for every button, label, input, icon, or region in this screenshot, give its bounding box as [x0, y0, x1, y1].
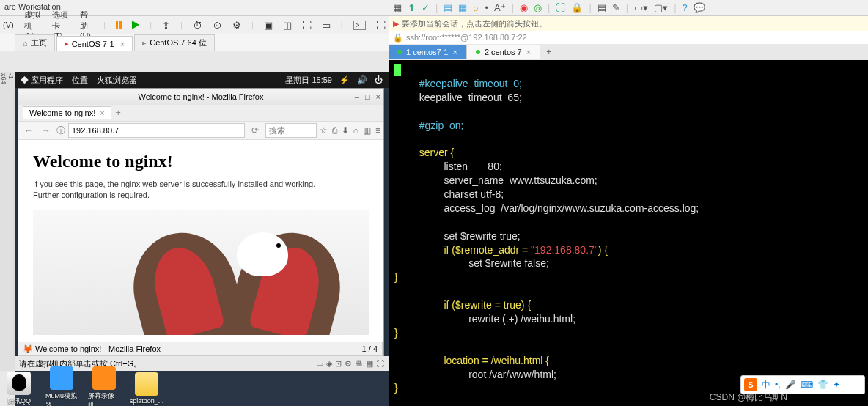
lock-icon[interactable]: 🔒: [571, 2, 583, 13]
search-input[interactable]: [265, 123, 317, 138]
layout-icon[interactable]: ▦: [458, 2, 467, 13]
workspace-indicator[interactable]: 1 / 4: [362, 344, 378, 353]
dev-icon[interactable]: ⊡: [335, 359, 342, 369]
layout-icon[interactable]: ▤: [444, 2, 452, 13]
tab-centos7-64[interactable]: ▸CentOS 7 64 位: [134, 34, 215, 51]
back-icon[interactable]: ←: [21, 123, 36, 138]
firefox-titlebar: Welcome to nginx! - Mozilla Firefox – □ …: [18, 89, 383, 105]
snapshot-icon[interactable]: ⏱: [193, 20, 202, 31]
power-icon[interactable]: ⏻: [375, 75, 383, 84]
help-icon[interactable]: ?: [683, 2, 688, 13]
fullscreen-icon[interactable]: ⛶: [302, 20, 312, 31]
tab-centos7-1[interactable]: ▸CentOS 7-1×: [56, 36, 133, 51]
folder-splatoon[interactable]: splatoon_...: [130, 372, 163, 405]
dev-icon[interactable]: ▭: [316, 359, 323, 369]
pause-icon[interactable]: [116, 21, 122, 29]
ssh-address: 🔒 ssh://root:******@192.168.80.7:22: [389, 31, 868, 44]
ime-skin-icon[interactable]: 👕: [817, 380, 828, 390]
font-icon[interactable]: A⁺: [494, 2, 506, 13]
home-icon: ⌂: [23, 39, 28, 48]
sidebar-icon[interactable]: ▥: [363, 125, 371, 136]
play-icon[interactable]: [132, 21, 139, 29]
expand-icon[interactable]: ⛶: [376, 20, 386, 31]
menu-icon[interactable]: ≡: [375, 125, 380, 136]
tool-icon[interactable]: ▤: [597, 2, 606, 13]
firefox-content: Welcome to nginx! If you see this page, …: [18, 140, 383, 360]
gnome-clock: 星期日 15:59: [285, 75, 332, 86]
dev-icon[interactable]: ▦: [366, 359, 373, 369]
reload-icon[interactable]: ⟳: [248, 123, 262, 138]
revert-icon[interactable]: ⏲: [213, 20, 222, 31]
terminal-toolbar: ▦ ⬆ ✓ | ▤ ▦ ⌕ • A⁺ | ◉ ◎ | ⛶ 🔒 | ▤ ✎ | ▭…: [389, 0, 868, 16]
nginx-text: If you see this page, the nginx web serv…: [33, 179, 369, 202]
address-bar[interactable]: [68, 123, 245, 138]
edit-icon[interactable]: ✎: [612, 2, 620, 13]
new-tab-icon[interactable]: +: [540, 47, 557, 57]
ime-bar[interactable]: S 中 •, 🎤 ⌨ 👕 ✦: [740, 375, 865, 394]
unity-icon[interactable]: ◫: [283, 20, 292, 31]
app-qq[interactable]: 腾讯QQ: [3, 372, 35, 406]
download-icon[interactable]: ⬇: [342, 125, 349, 136]
tab-home[interactable]: ⌂主页: [15, 34, 55, 51]
terminal-body[interactable]: #keepalive_timeout 0; keepalive_timeout …: [389, 60, 868, 406]
bookmark-icon[interactable]: ☆: [320, 125, 328, 136]
ime-tool-icon[interactable]: ✦: [833, 380, 840, 390]
windows-taskbar-apps: 腾讯QQ MuMu模拟器 屏幕录像机 splatoon_...: [0, 371, 389, 406]
gnome-taskbar: 🦊 Welcome to nginx! - Mozilla Firefox 1 …: [18, 342, 383, 356]
tool-icon[interactable]: ◉: [520, 2, 528, 13]
ime-punct-icon[interactable]: •,: [775, 380, 781, 390]
term-tab-2[interactable]: 2 centos 7×: [467, 45, 540, 59]
menu-edit[interactable]: (V): [3, 21, 14, 29]
volume-icon[interactable]: 🔊: [357, 75, 367, 85]
console-icon[interactable]: ▭: [322, 20, 331, 31]
firefox-window: Welcome to nginx! - Mozilla Firefox – □ …: [18, 88, 384, 361]
tool-icon[interactable]: ▦: [393, 2, 402, 13]
tool-icon[interactable]: ▢▾: [654, 2, 668, 13]
close-icon[interactable]: ×: [376, 92, 380, 101]
tool-icon[interactable]: ✓: [422, 2, 430, 13]
ime-lang[interactable]: 中: [762, 379, 770, 391]
taskbar-app[interactable]: 🦊 Welcome to nginx! - Mozilla Firefox: [23, 344, 161, 354]
fullscreen-icon[interactable]: ⛶: [556, 2, 565, 13]
close-icon[interactable]: ×: [452, 48, 457, 56]
gnome-top-bar: ◆ 应用程序 位置 火狐浏览器 星期日 15:59 ⚡ 🔊 ⏻: [15, 72, 389, 88]
vmware-menu: (V) 虚拟机(M) 选项卡(T) 帮助(H) | | ⇪ | ⏱ ⏲ ⚙ | …: [0, 16, 389, 34]
gnome-firefox[interactable]: 火狐浏览器: [97, 75, 137, 86]
term-tab-1[interactable]: 1 centos7-1×: [389, 45, 467, 59]
gnome-apps[interactable]: ◆ 应用程序: [21, 75, 63, 86]
tool-icon[interactable]: ⬆: [408, 2, 416, 13]
close-icon[interactable]: ×: [120, 40, 125, 48]
new-tab-icon[interactable]: +: [116, 108, 121, 118]
cmd-icon[interactable]: >_: [353, 21, 366, 30]
close-icon[interactable]: ×: [100, 108, 104, 117]
search-icon[interactable]: ⌕: [473, 2, 479, 13]
close-icon[interactable]: ×: [526, 48, 531, 56]
dev-icon[interactable]: ◈: [326, 359, 332, 369]
dev-icon[interactable]: 🖶: [355, 359, 363, 369]
tool-icon[interactable]: ▭▾: [634, 2, 648, 13]
app-recorder[interactable]: 屏幕录像机: [88, 366, 120, 406]
maximize-icon[interactable]: □: [365, 92, 370, 101]
manage-icon[interactable]: ⚙: [232, 20, 241, 31]
info-icon[interactable]: ⓘ: [56, 125, 65, 137]
minimize-icon[interactable]: –: [355, 92, 359, 101]
nginx-illustration: [33, 210, 369, 335]
tool-icon[interactable]: ◎: [534, 2, 542, 13]
send-icon[interactable]: ⇪: [162, 20, 170, 31]
dev-icon[interactable]: ⚙: [345, 359, 352, 369]
arrow-icon[interactable]: ▶: [393, 19, 399, 29]
gnome-places[interactable]: 位置: [72, 75, 88, 86]
tool-icon[interactable]: •: [485, 2, 488, 13]
dev-icon[interactable]: ⛶: [376, 359, 384, 369]
app-mumu[interactable]: MuMu模拟器: [45, 366, 78, 406]
ime-mic-icon[interactable]: 🎤: [785, 380, 796, 390]
ime-keyboard-icon[interactable]: ⌨: [801, 380, 813, 390]
home-icon[interactable]: ⌂: [353, 125, 358, 136]
chat-icon[interactable]: 💬: [694, 2, 705, 13]
vm-icon: ▸: [142, 38, 147, 48]
self-icon[interactable]: ⎙: [332, 125, 337, 136]
fit-icon[interactable]: ▣: [264, 20, 273, 31]
network-icon[interactable]: ⚡: [339, 75, 350, 85]
firefox-tab[interactable]: Welcome to nginx! ×: [23, 106, 111, 119]
vmware-tabs: ⌂主页 ▸CentOS 7-1× ▸CentOS 7 64 位: [0, 34, 389, 51]
